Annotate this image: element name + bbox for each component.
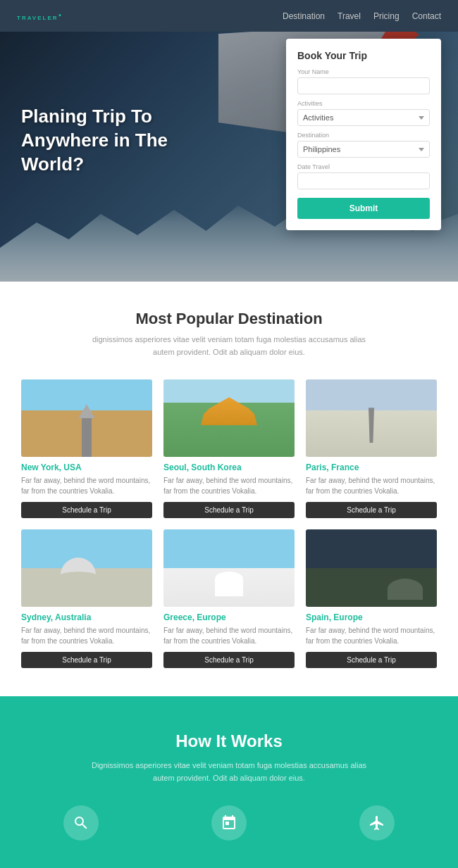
date-label: Date Travel [297, 163, 430, 170]
date-input[interactable] [297, 172, 430, 189]
dest-name-ny: New York, USA [21, 463, 152, 472]
activities-select[interactable]: Activities [297, 109, 430, 126]
step-icon-calendar [211, 805, 247, 841]
dest-name-spain: Spain, Europe [306, 612, 437, 622]
date-group: Date Travel [297, 163, 430, 189]
dest-desc-spain: Far far away, behind the word mountains,… [306, 625, 437, 646]
nav-destination[interactable]: Destination [283, 11, 325, 21]
dest-name-greece: Greece, Europe [163, 612, 295, 622]
how-it-works-section: How It Works Dignissimos asperiores vita… [0, 696, 458, 868]
schedule-btn-ny[interactable]: Schedule a Trip [21, 502, 152, 518]
dest-desc-paris: Far far away, behind the word mountains,… [306, 475, 437, 496]
destinations-subtitle: dignissimos asperiores vitae velit venia… [81, 334, 377, 358]
dest-img-greece [163, 529, 295, 607]
dest-img-ny [21, 379, 152, 457]
activities-group: Activities Activities [297, 100, 430, 126]
name-input[interactable] [297, 77, 430, 94]
dest-img-paris [306, 379, 437, 457]
destination-label: Destination [297, 132, 430, 139]
name-group: Your Name [297, 68, 430, 94]
steps-row [21, 805, 437, 841]
dest-name-seoul: Seoul, South Korea [163, 463, 295, 472]
hero-text: Planing Trip To Anywhere in The World? [21, 105, 218, 176]
dest-card-greece: Greece, Europe Far far away, behind the … [163, 529, 295, 668]
schedule-btn-seoul[interactable]: Schedule a Trip [163, 502, 295, 518]
dest-card-seoul: Seoul, South Korea Far far away, behind … [163, 379, 295, 518]
dest-card-paris: Paris, France Far far away, behind the w… [306, 379, 437, 518]
plane-icon [369, 814, 385, 831]
book-form-title: Book Your Trip [297, 50, 430, 61]
calendar-icon [221, 814, 237, 831]
destination-group: Destination Philippines [297, 132, 430, 158]
schedule-btn-greece[interactable]: Schedule a Trip [163, 652, 295, 668]
activities-label: Activities [297, 100, 430, 107]
how-it-works-subtitle: Dignissimos asperiores vitae velit venia… [81, 760, 377, 784]
dest-card-spain: Spain, Europe Far far away, behind the w… [306, 529, 437, 668]
nav-pricing[interactable]: Pricing [373, 11, 400, 21]
hero-section: Planing Trip To Anywhere in The World? B… [0, 0, 458, 282]
brand-dot: · [58, 8, 63, 23]
name-label: Your Name [297, 68, 430, 75]
step-icon-plane [359, 805, 395, 841]
dest-desc-greece: Far far away, behind the word mountains,… [163, 625, 295, 646]
destinations-grid: New York, USA Far far away, behind the w… [21, 379, 437, 668]
book-form: Book Your Trip Your Name Activities Acti… [286, 39, 441, 230]
step-icon-search [63, 805, 99, 841]
search-icon [73, 814, 89, 831]
submit-button[interactable]: Submit [297, 198, 430, 219]
dest-desc-seoul: Far far away, behind the word mountains,… [163, 475, 295, 496]
how-it-works-title: How It Works [21, 731, 437, 751]
schedule-btn-paris[interactable]: Schedule a Trip [306, 502, 437, 518]
dest-img-spain [306, 529, 437, 607]
dest-name-paris: Paris, France [306, 463, 437, 472]
dest-img-seoul [163, 379, 295, 457]
dest-desc-sydney: Far far away, behind the word mountains,… [21, 625, 152, 646]
schedule-btn-sydney[interactable]: Schedule a Trip [21, 652, 152, 668]
destination-select[interactable]: Philippines [297, 141, 430, 158]
brand-name: TRAVELER [17, 15, 58, 21]
destinations-title: Most Popular Destination [21, 310, 437, 328]
nav-travel[interactable]: Travel [338, 11, 361, 21]
dest-desc-ny: Far far away, behind the word mountains,… [21, 475, 152, 496]
schedule-btn-spain[interactable]: Schedule a Trip [306, 652, 437, 668]
nav-contact[interactable]: Contact [412, 11, 441, 21]
navbar-links: Destination Travel Pricing Contact [283, 11, 441, 21]
dest-name-sydney: Sydney, Australia [21, 612, 152, 622]
hero-title: Planing Trip To Anywhere in The World? [21, 105, 218, 176]
navbar: TRAVELER· Destination Travel Pricing Con… [0, 0, 458, 32]
navbar-brand: TRAVELER· [17, 8, 63, 23]
dest-img-sydney [21, 529, 152, 607]
dest-card-ny: New York, USA Far far away, behind the w… [21, 379, 152, 518]
dest-card-sydney: Sydney, Australia Far far away, behind t… [21, 529, 152, 668]
destinations-section: Most Popular Destination dignissimos asp… [0, 282, 458, 696]
